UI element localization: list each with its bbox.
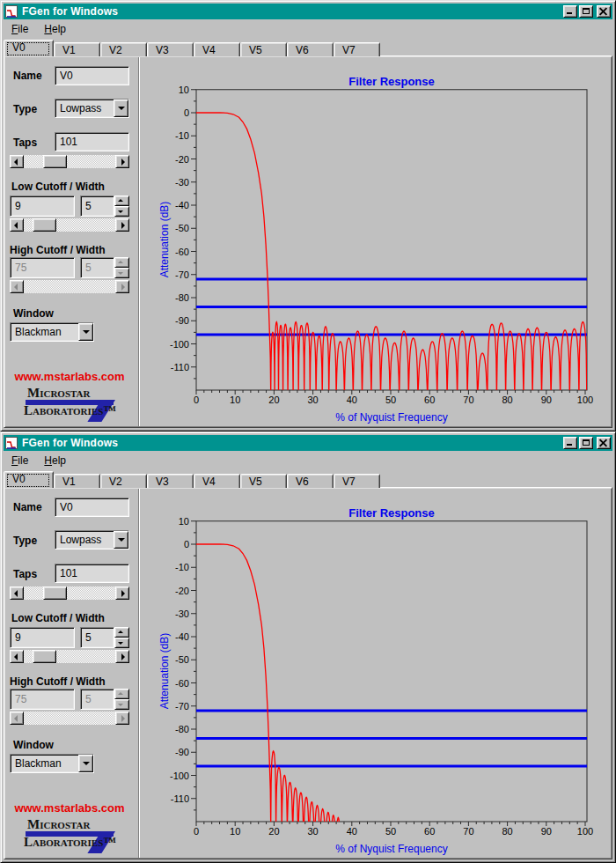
tab-v3[interactable]: V3	[147, 42, 194, 56]
taps-input[interactable]	[55, 564, 129, 583]
tab-v5[interactable]: V5	[240, 474, 287, 488]
type-value: Lowpass	[55, 100, 114, 117]
tab-v1[interactable]: V1	[54, 42, 100, 56]
scroll-right-button[interactable]	[115, 650, 129, 663]
scroll-left-button[interactable]	[10, 586, 24, 600]
tab-v7[interactable]: V7	[334, 474, 380, 488]
window-dropdown-button[interactable]	[78, 755, 93, 772]
scrollbar-track[interactable]	[24, 586, 115, 600]
high-width-spinner	[114, 689, 129, 710]
tab-v2[interactable]: V2	[100, 474, 147, 488]
tab-v6[interactable]: V6	[287, 42, 334, 56]
scroll-right-button[interactable]	[115, 586, 129, 600]
taps-label: Taps	[13, 568, 37, 580]
tab-label: V2	[109, 476, 122, 488]
name-input[interactable]	[55, 498, 129, 517]
chevron-down-icon	[118, 538, 125, 542]
window-title: FGen for Windows	[22, 437, 563, 449]
app-window: FGen for Windows FileHelp V0V1V2V3V4V5V6…	[0, 0, 616, 432]
tab-v6[interactable]: V6	[287, 474, 334, 488]
spin-up-button[interactable]	[114, 195, 129, 206]
tab-v5[interactable]: V5	[240, 42, 287, 56]
menu-item-file[interactable]: File	[4, 453, 36, 469]
maximize-button[interactable]	[579, 437, 593, 449]
tab-v0[interactable]: V0	[4, 40, 54, 56]
tab-v7[interactable]: V7	[334, 42, 380, 56]
type-dropdown[interactable]: Lowpass	[55, 530, 129, 550]
tab-v4[interactable]: V4	[194, 474, 240, 488]
menu-item-help[interactable]: Help	[36, 21, 74, 38]
type-dropdown-button[interactable]	[114, 100, 128, 117]
low-width-input[interactable]	[80, 195, 114, 217]
low-cutoff-label: Low Cutoff / Width	[11, 612, 105, 624]
spin-down-button[interactable]	[114, 638, 129, 648]
close-button[interactable]	[597, 5, 611, 18]
tab-v0[interactable]: V0	[4, 471, 54, 488]
spin-up-button[interactable]	[114, 627, 129, 638]
scrollbar-thumb[interactable]	[43, 586, 67, 600]
arrow-left-icon	[14, 715, 18, 722]
tab-focus-rect	[7, 474, 49, 487]
arrow-down-icon	[118, 210, 123, 213]
arrow-up-icon	[118, 631, 123, 633]
low-cutoff-input[interactable]	[10, 195, 75, 217]
name-input[interactable]	[55, 66, 129, 85]
scrollbar-track[interactable]	[24, 155, 115, 168]
menu-item-file[interactable]: File	[4, 21, 36, 38]
close-button[interactable]	[597, 437, 611, 449]
taps-scrollbar[interactable]	[10, 586, 129, 600]
microstar-laboratories-logo: Microstar Laboratories™	[20, 817, 122, 854]
tab-label: V1	[62, 44, 76, 56]
panel-chart-divider	[138, 489, 140, 858]
scroll-right-button[interactable]	[115, 155, 129, 168]
low-cutoff-input[interactable]	[10, 627, 75, 648]
maximize-button[interactable]	[579, 5, 593, 18]
window-function-dropdown[interactable]: Blackman	[10, 754, 94, 773]
spin-down-button[interactable]	[114, 206, 129, 217]
arrow-down-icon	[118, 642, 123, 645]
low-cutoff-scrollbar[interactable]	[10, 650, 129, 663]
tab-label: V5	[249, 476, 262, 488]
mstarlabs-link[interactable]: www.mstarlabs.com	[1, 370, 138, 383]
scroll-right-button[interactable]	[115, 218, 129, 232]
scrollbar-thumb[interactable]	[33, 650, 56, 663]
spin-down-button	[114, 699, 129, 710]
tab-label: V7	[342, 476, 356, 488]
close-icon	[599, 8, 607, 15]
tab-label: V2	[109, 44, 122, 56]
tab-v1[interactable]: V1	[54, 474, 100, 488]
scrollbar-thumb[interactable]	[43, 155, 67, 168]
taps-scrollbar[interactable]	[10, 155, 129, 168]
low-cutoff-label: Low Cutoff / Width	[11, 181, 105, 193]
minimize-button[interactable]	[563, 437, 577, 449]
maximize-icon	[583, 439, 590, 446]
type-dropdown-button[interactable]	[114, 531, 128, 549]
high-cutoff-label: High Cutoff / Width	[10, 675, 106, 688]
tab-label: V3	[156, 476, 169, 488]
scrollbar-track[interactable]	[24, 650, 115, 663]
logo-line1: Microstar	[27, 386, 90, 401]
window-function-dropdown[interactable]: Blackman	[10, 322, 94, 342]
taps-input[interactable]	[55, 132, 129, 151]
menu-item-help[interactable]: Help	[36, 453, 74, 469]
scrollbar-thumb[interactable]	[33, 218, 56, 232]
type-dropdown[interactable]: Lowpass	[55, 99, 129, 118]
app-window: FGen for Windows FileHelp V0V1V2V3V4V5V6…	[0, 432, 616, 863]
scroll-left-button[interactable]	[10, 650, 24, 663]
low-width-input[interactable]	[80, 627, 114, 648]
minimize-button[interactable]	[563, 5, 577, 18]
arrow-left-icon	[14, 284, 18, 291]
tab-v4[interactable]: V4	[194, 42, 240, 56]
app-icon	[5, 5, 18, 18]
high-cutoff-scrollbar	[10, 712, 129, 725]
mstarlabs-link[interactable]: www.mstarlabs.com	[1, 801, 138, 815]
scroll-left-button	[10, 280, 24, 293]
scroll-left-button[interactable]	[10, 218, 24, 232]
window-dropdown-button[interactable]	[78, 323, 93, 341]
tab-v2[interactable]: V2	[100, 42, 147, 56]
logo-line2: Laboratories™	[24, 403, 116, 418]
scrollbar-track[interactable]	[24, 218, 115, 232]
tab-v3[interactable]: V3	[147, 474, 194, 488]
scroll-left-button[interactable]	[10, 155, 24, 168]
low-cutoff-scrollbar[interactable]	[10, 218, 129, 232]
